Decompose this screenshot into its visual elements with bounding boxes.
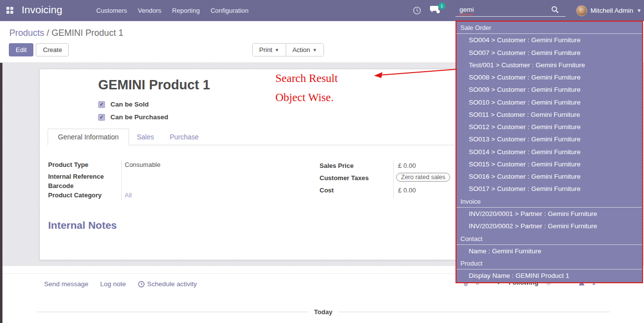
chevron-down-icon: ▼ xyxy=(275,48,279,53)
annotation-line2: Object Wise. xyxy=(275,91,338,104)
search-result-item[interactable]: INV/2020/0001 > Partner : Gemini Furnitu… xyxy=(456,208,642,220)
can-be-purchased-checkbox[interactable]: ✓ xyxy=(98,114,105,121)
search-result-item[interactable]: SO012 > Customer : Gemini Furniture xyxy=(456,121,642,133)
search-result-item[interactable]: SO004 > Customer : Gemini Furniture xyxy=(456,34,642,46)
nav-item-vendors[interactable]: Vendors xyxy=(138,7,161,14)
edit-button[interactable]: Edit xyxy=(9,43,33,56)
product-category-label: Product Category xyxy=(48,191,102,199)
barcode-label: Barcode xyxy=(48,182,74,189)
search-result-group-header: Contact xyxy=(456,233,642,245)
search-result-group-header: Invoice xyxy=(456,195,642,208)
customer-taxes-label: Customer Taxes xyxy=(320,174,369,182)
product-category-value[interactable]: All xyxy=(125,191,132,199)
customer-taxes-value[interactable]: Zero rated sales xyxy=(396,173,450,182)
messages-icon[interactable]: 1 xyxy=(430,5,440,16)
search-result-item[interactable]: SO015 > Customer : Gemini Furniture xyxy=(456,158,642,170)
nav-right-icons: 1 xyxy=(413,0,440,21)
messages-badge: 1 xyxy=(438,2,445,9)
search-result-item[interactable]: Display Name : GEMINI Product 1 xyxy=(456,269,642,282)
search-result-item[interactable]: SO010 > Customer : Gemini Furniture xyxy=(456,96,642,108)
search-result-item[interactable]: SO014 > Customer : Gemini Furniture xyxy=(456,146,642,158)
clock-icon xyxy=(138,281,145,288)
app-title[interactable]: Invoicing xyxy=(22,4,62,16)
sales-price-value[interactable]: £ 0.00 xyxy=(398,162,416,169)
tab-sales[interactable]: Sales xyxy=(129,129,162,145)
can-be-sold-label: Can be Sold xyxy=(110,101,149,108)
can-be-purchased-row: ✓ Can be Purchased xyxy=(98,113,168,121)
nav-item-configuration[interactable]: Configuration xyxy=(211,7,248,14)
top-navbar: Invoicing Customers Vendors Reporting Co… xyxy=(0,0,644,21)
search-result-item[interactable]: SO009 > Customer : Gemini Furniture xyxy=(456,83,642,96)
action-dropdown-button[interactable]: Action▼ xyxy=(286,44,323,56)
field-separator xyxy=(121,160,122,201)
tab-general-information[interactable]: General Information xyxy=(48,129,129,145)
tax-pill[interactable]: Zero rated sales xyxy=(396,173,450,182)
search-result-item[interactable]: Test/001 > Customer : Gemini Furniture xyxy=(456,59,642,71)
breadcrumb: Products / GEMINI Product 1 xyxy=(9,28,123,38)
tab-purchase[interactable]: Purchase xyxy=(162,129,207,145)
create-button[interactable]: Create xyxy=(36,43,69,56)
user-name: Mitchell Admin xyxy=(590,7,633,14)
can-be-sold-row: ✓ Can be Sold xyxy=(98,101,149,108)
notebook-tabs: General Information Sales Purchase xyxy=(48,129,455,145)
apps-grid-icon[interactable] xyxy=(6,7,13,14)
chevron-down-icon: ▼ xyxy=(637,8,642,13)
search-result-item[interactable]: INV/2020/0002 > Partner : Gemini Furnitu… xyxy=(456,220,642,232)
user-avatar xyxy=(576,5,587,16)
can-be-sold-checkbox[interactable]: ✓ xyxy=(98,101,105,108)
sales-price-label: Sales Price xyxy=(320,162,353,169)
search-icon[interactable] xyxy=(551,6,559,13)
search-result-item[interactable]: SO016 > Customer : Gemini Furniture xyxy=(456,170,642,183)
annotation-arrow xyxy=(372,66,458,80)
product-title: GEMINI Product 1 xyxy=(98,78,210,93)
product-type-label: Product Type xyxy=(48,161,88,168)
print-dropdown-button[interactable]: Print▼ xyxy=(253,44,286,56)
cost-value[interactable]: £ 0.00 xyxy=(398,187,416,194)
can-be-purchased-label: Can be Purchased xyxy=(110,113,168,121)
log-note-button[interactable]: Log note xyxy=(100,280,126,288)
annotation-note: Search Result Object Wise. xyxy=(275,72,338,104)
annotation-line1: Search Result xyxy=(275,72,338,85)
field-separator xyxy=(393,161,394,198)
search-result-group-header: Product xyxy=(456,257,642,269)
search-results-dropdown: Sale OrderSO004 > Customer : Gemini Furn… xyxy=(456,21,643,283)
product-type-value[interactable]: Consumable xyxy=(125,161,161,168)
nav-item-reporting[interactable]: Reporting xyxy=(172,7,200,14)
today-label: Today xyxy=(314,308,332,316)
cost-label: Cost xyxy=(320,187,334,194)
search-result-item[interactable]: SO017 > Customer : Gemini Furniture xyxy=(456,183,642,195)
search-input[interactable]: gemi xyxy=(456,3,565,17)
send-message-button[interactable]: Send message xyxy=(44,280,88,288)
search-result-group-header: Sale Order xyxy=(456,22,642,34)
schedule-activity-button[interactable]: Schedule activity xyxy=(138,280,197,288)
nav-item-customers[interactable]: Customers xyxy=(96,7,127,14)
search-result-item[interactable]: SO008 > Customer : Gemini Furniture xyxy=(456,71,642,83)
search-result-item[interactable]: SO007 > Customer : Gemini Furniture xyxy=(456,47,642,59)
internal-reference-label: Internal Reference xyxy=(48,173,104,180)
search-query-text: gemi xyxy=(459,6,474,13)
breadcrumb-products-link[interactable]: Products xyxy=(9,28,44,38)
today-divider: Today xyxy=(37,308,610,316)
chevron-down-icon: ▼ xyxy=(313,48,317,53)
internal-notes-heading: Internal Notes xyxy=(48,219,117,231)
search-result-item[interactable]: Name : Gemini Furniture xyxy=(456,245,642,257)
breadcrumb-current: GEMINI Product 1 xyxy=(52,28,123,38)
activities-clock-icon[interactable] xyxy=(413,6,421,15)
breadcrumb-separator: / xyxy=(47,28,49,38)
nav-menus: Customers Vendors Reporting Configuratio… xyxy=(96,0,248,21)
search-result-item[interactable]: SO011 > Customer : Gemini Furniture xyxy=(456,108,642,121)
user-menu[interactable]: Mitchell Admin ▼ xyxy=(576,0,642,21)
search-result-item[interactable]: SO013 > Customer : Gemini Furniture xyxy=(456,133,642,145)
